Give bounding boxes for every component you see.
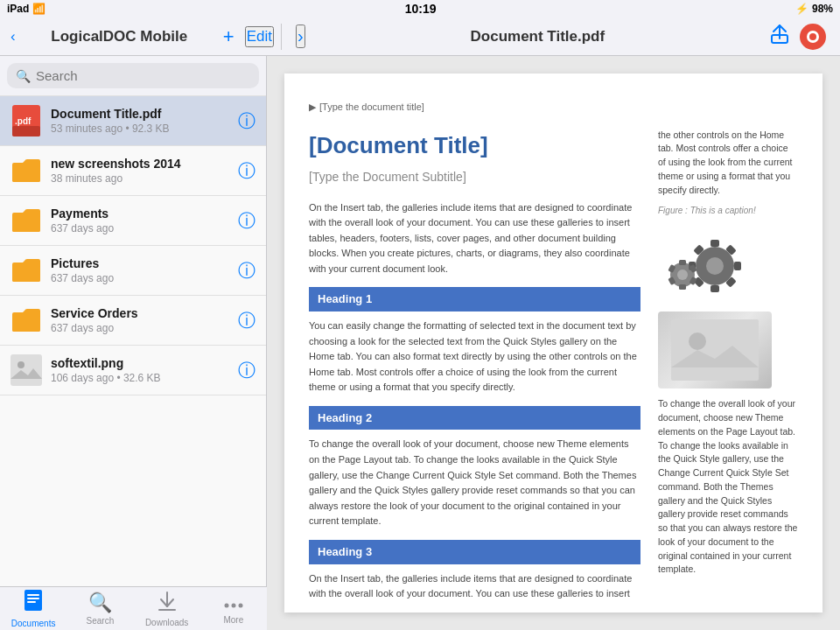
folder-icon: [10, 304, 42, 336]
svg-rect-5: [12, 165, 40, 182]
file-name: Payments: [51, 206, 229, 220]
app-title: LogicalDOC Mobile: [26, 28, 213, 46]
svg-rect-39: [671, 319, 759, 381]
status-bar: iPad 📶 10:19 ⚡ 98%: [0, 0, 840, 18]
svg-rect-33: [679, 260, 686, 265]
list-item[interactable]: Payments 637 days ago ⓘ: [0, 196, 266, 246]
svg-rect-13: [27, 594, 39, 596]
share-icon[interactable]: [770, 24, 789, 49]
bluetooth-icon: ⚡: [795, 3, 808, 15]
svg-rect-8: [12, 315, 40, 332]
pdf-icon: .pdf: [10, 105, 42, 136]
back-button[interactable]: ‹: [7, 24, 19, 49]
svg-rect-23: [710, 240, 719, 247]
svg-point-40: [689, 332, 706, 350]
info-button[interactable]: ⓘ: [238, 159, 256, 183]
search-input[interactable]: [36, 68, 250, 83]
svg-rect-27: [710, 285, 719, 292]
right-text-1: the other controls on the Home tab. Most…: [658, 129, 798, 198]
preview-area: ▶ [Type the document title] [Document Ti…: [267, 56, 840, 630]
tab-search[interactable]: 🔍 Search: [66, 587, 133, 630]
file-name: new screenshots 2014: [51, 157, 229, 171]
info-button[interactable]: ⓘ: [238, 359, 256, 382]
tab-bar: Documents 🔍 Search Downloads: [0, 586, 267, 630]
list-item[interactable]: Service Orders 637 days ago ⓘ: [0, 296, 266, 346]
svg-rect-36: [679, 284, 686, 290]
svg-point-10: [18, 361, 24, 368]
info-button[interactable]: ⓘ: [238, 109, 256, 133]
documents-tab-icon: [24, 589, 43, 617]
record-button[interactable]: [800, 24, 826, 50]
breadcrumb-text: [Type the document title]: [319, 100, 424, 115]
svg-rect-15: [27, 601, 36, 603]
file-name: Document Title.pdf: [51, 107, 229, 121]
downloads-tab-icon: [158, 591, 177, 616]
more-tab-icon: [224, 593, 243, 613]
info-button[interactable]: ⓘ: [238, 309, 256, 332]
list-item[interactable]: new screenshots 2014 38 minutes ago ⓘ: [0, 146, 266, 196]
right-text-2: To change the overall look of your docum…: [658, 397, 798, 577]
search-bar: 🔍: [0, 56, 266, 96]
search-tab-icon: 🔍: [88, 592, 112, 614]
image-icon: [10, 354, 42, 386]
heading-3: Heading 3: [309, 540, 640, 564]
file-meta: 637 days ago: [51, 222, 229, 234]
svg-point-19: [231, 603, 235, 607]
svg-rect-6: [12, 215, 40, 232]
carrier-label: iPad: [7, 3, 29, 15]
forward-button[interactable]: ›: [296, 24, 305, 48]
gears-image: [658, 224, 763, 303]
body-text-4: On the Insert tab, the galleries include…: [309, 571, 640, 602]
svg-point-32: [677, 270, 688, 280]
tab-downloads[interactable]: Downloads: [134, 587, 200, 630]
svg-point-18: [224, 603, 228, 607]
file-meta: 106 days ago • 32.6 KB: [51, 372, 229, 384]
file-name: Service Orders: [51, 306, 229, 320]
tab-search-label: Search: [87, 616, 115, 626]
pdf-page: ▶ [Type the document title] [Document Ti…: [284, 74, 822, 612]
document-heading: [Document Title]: [309, 129, 640, 163]
body-text-2: You can easily change the formatting of …: [309, 318, 640, 396]
file-meta: 38 minutes ago: [51, 172, 229, 185]
file-list: .pdf Document Title.pdf 53 minutes ago •…: [0, 96, 266, 586]
edit-button[interactable]: Edit: [245, 26, 274, 47]
heading-1: Heading 1: [309, 287, 640, 312]
tab-downloads-label: Downloads: [145, 618, 188, 627]
list-item[interactable]: .pdf Document Title.pdf 53 minutes ago •…: [0, 96, 266, 146]
svg-rect-9: [10, 354, 42, 386]
file-meta: 53 minutes ago • 92.3 KB: [51, 122, 229, 135]
figure-caption: Figure : This is a caption!: [658, 204, 798, 217]
folder-icon: [10, 155, 42, 186]
body-text-1: On the Insert tab, the galleries include…: [309, 200, 640, 277]
info-button[interactable]: ⓘ: [238, 209, 256, 233]
svg-rect-12: [24, 590, 42, 611]
tab-more-label: More: [223, 615, 243, 625]
document-subtitle: [Type the Document Subtitle]: [309, 168, 640, 186]
svg-text:.pdf: .pdf: [15, 116, 32, 126]
sidebar: 🔍 .pdf Document Title.pdf: [0, 56, 267, 630]
search-icon: 🔍: [16, 69, 31, 83]
list-item[interactable]: Pictures 637 days ago ⓘ: [0, 246, 266, 296]
add-button[interactable]: +: [220, 22, 238, 52]
svg-rect-14: [27, 598, 39, 599]
time-label: 10:19: [405, 2, 437, 16]
folder-icon: [10, 205, 42, 236]
file-meta: 637 days ago: [51, 272, 229, 284]
battery-label: 98%: [812, 3, 833, 15]
svg-rect-25: [734, 262, 741, 270]
tab-documents[interactable]: Documents: [0, 587, 66, 630]
document-title: Document Title.pdf: [305, 28, 770, 46]
file-meta: 637 days ago: [51, 322, 229, 334]
svg-point-20: [238, 603, 242, 607]
file-name: Pictures: [51, 256, 229, 270]
svg-point-22: [706, 257, 724, 275]
info-button[interactable]: ⓘ: [238, 259, 256, 283]
wifi-icon: 📶: [32, 3, 46, 15]
folder-icon: [10, 255, 42, 286]
tab-more[interactable]: More: [200, 587, 267, 630]
svg-rect-4: [12, 126, 40, 136]
breadcrumb: ▶ [Type the document title]: [309, 100, 798, 115]
nav-bar: ‹ LogicalDOC Mobile + Edit › Document Ti…: [0, 18, 840, 56]
list-item[interactable]: softextil.png 106 days ago • 32.6 KB ⓘ: [0, 346, 266, 396]
file-name: softextil.png: [51, 356, 229, 370]
